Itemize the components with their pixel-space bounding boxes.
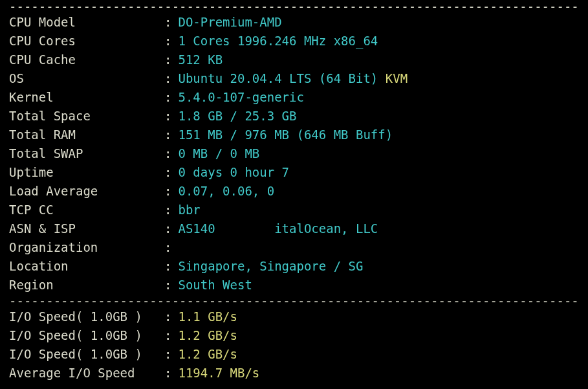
- label-asn-isp: ASN & ISP: [9, 219, 164, 238]
- value-cpu-cache: 512 KB: [178, 50, 223, 69]
- label-kernel: Kernel: [9, 88, 164, 107]
- separator: :: [164, 88, 171, 107]
- label-total-space: Total Space: [9, 107, 164, 126]
- separator: :: [164, 163, 171, 182]
- row-os: OS : Ubuntu 20.04.4 LTS (64 Bit) KVM: [9, 69, 579, 88]
- row-io-speed-3: I/O Speed( 1.0GB ) : 1.2 GB/s: [9, 345, 579, 364]
- label-io-speed-avg: Average I/O Speed: [9, 364, 164, 383]
- label-total-swap: Total SWAP: [9, 144, 164, 163]
- value-tcp-cc: bbr: [178, 201, 200, 219]
- separator: :: [164, 32, 171, 50]
- separator: :: [164, 238, 171, 257]
- terminal-output: ----------------------------------------…: [0, 0, 588, 383]
- value-cpu-cores: 1 Cores 1996.246 MHz x86_64: [178, 32, 378, 50]
- value-io-speed-2: 1.2 GB/s: [178, 326, 237, 345]
- label-tcp-cc: TCP CC: [9, 201, 164, 219]
- row-io-speed-2: I/O Speed( 1.0GB ) : 1.2 GB/s: [9, 326, 579, 345]
- label-io-speed-1: I/O Speed( 1.0GB ): [9, 307, 164, 326]
- row-region: Region : South West: [9, 276, 579, 295]
- row-total-ram: Total RAM : 151 MB / 976 MB (646 MB Buff…: [9, 126, 579, 144]
- value-os-hypervisor: KVM: [386, 69, 408, 88]
- separator: :: [164, 219, 171, 238]
- separator: :: [164, 276, 171, 295]
- row-cpu-cache: CPU Cache : 512 KB: [9, 50, 579, 69]
- value-io-speed-3: 1.2 GB/s: [178, 345, 237, 364]
- row-asn-isp: ASN & ISP : AS140 italOcean, LLC: [9, 219, 579, 238]
- label-io-speed-2: I/O Speed( 1.0GB ): [9, 326, 164, 345]
- row-uptime: Uptime : 0 days 0 hour 7: [9, 163, 579, 182]
- row-organization: Organization :: [9, 238, 579, 257]
- value-kernel: 5.4.0-107-generic: [178, 88, 303, 107]
- separator: :: [164, 107, 171, 126]
- value-total-ram: 151 MB / 976 MB (646 MB Buff): [178, 126, 393, 144]
- label-total-ram: Total RAM: [9, 126, 164, 144]
- label-os: OS: [9, 69, 164, 88]
- row-io-speed-1: I/O Speed( 1.0GB ) : 1.1 GB/s: [9, 307, 579, 326]
- separator: :: [164, 50, 171, 69]
- row-cpu-model: CPU Model : DO-Premium-AMD: [9, 13, 579, 32]
- separator: :: [164, 69, 171, 88]
- value-total-space: 1.8 GB / 25.3 GB: [178, 107, 296, 126]
- value-asn-isp: AS140 italOcean, LLC: [178, 219, 378, 238]
- row-cpu-cores: CPU Cores : 1 Cores 1996.246 MHz x86_64: [9, 32, 579, 50]
- label-uptime: Uptime: [9, 163, 164, 182]
- separator: :: [164, 326, 171, 345]
- value-total-swap: 0 MB / 0 MB: [178, 144, 259, 163]
- row-io-speed-avg: Average I/O Speed : 1194.7 MB/s: [9, 364, 579, 383]
- separator: :: [164, 144, 171, 163]
- separator: :: [164, 307, 171, 326]
- separator: :: [164, 257, 171, 276]
- row-total-space: Total Space : 1.8 GB / 25.3 GB: [9, 107, 579, 126]
- row-total-swap: Total SWAP : 0 MB / 0 MB: [9, 144, 579, 163]
- separator: :: [164, 13, 171, 32]
- value-io-speed-avg: 1194.7 MB/s: [178, 364, 259, 383]
- value-os: Ubuntu 20.04.4 LTS (64 Bit): [178, 69, 378, 88]
- separator: :: [164, 345, 171, 364]
- label-region: Region: [9, 276, 164, 295]
- label-organization: Organization: [9, 238, 164, 257]
- value-region: South West: [178, 276, 252, 295]
- separator: :: [164, 201, 171, 219]
- label-location: Location: [9, 257, 164, 276]
- label-cpu-cache: CPU Cache: [9, 50, 164, 69]
- label-cpu-model: CPU Model: [9, 13, 164, 32]
- label-cpu-cores: CPU Cores: [9, 32, 164, 50]
- row-location: Location : Singapore, Singapore / SG: [9, 257, 579, 276]
- separator: :: [164, 364, 171, 383]
- label-load-average: Load Average: [9, 182, 164, 201]
- divider-mid: ----------------------------------------…: [9, 295, 579, 307]
- separator: :: [164, 182, 171, 201]
- value-location: Singapore, Singapore / SG: [178, 257, 363, 276]
- value-cpu-model: DO-Premium-AMD: [178, 13, 281, 32]
- separator: :: [164, 126, 171, 144]
- value-uptime: 0 days 0 hour 7: [178, 163, 289, 182]
- row-kernel: Kernel : 5.4.0-107-generic: [9, 88, 579, 107]
- row-load-average: Load Average : 0.07, 0.06, 0: [9, 182, 579, 201]
- divider-top: ----------------------------------------…: [9, 0, 579, 13]
- value-load-average: 0.07, 0.06, 0: [178, 182, 274, 201]
- row-tcp-cc: TCP CC : bbr: [9, 201, 579, 219]
- value-io-speed-1: 1.1 GB/s: [178, 307, 237, 326]
- label-io-speed-3: I/O Speed( 1.0GB ): [9, 345, 164, 364]
